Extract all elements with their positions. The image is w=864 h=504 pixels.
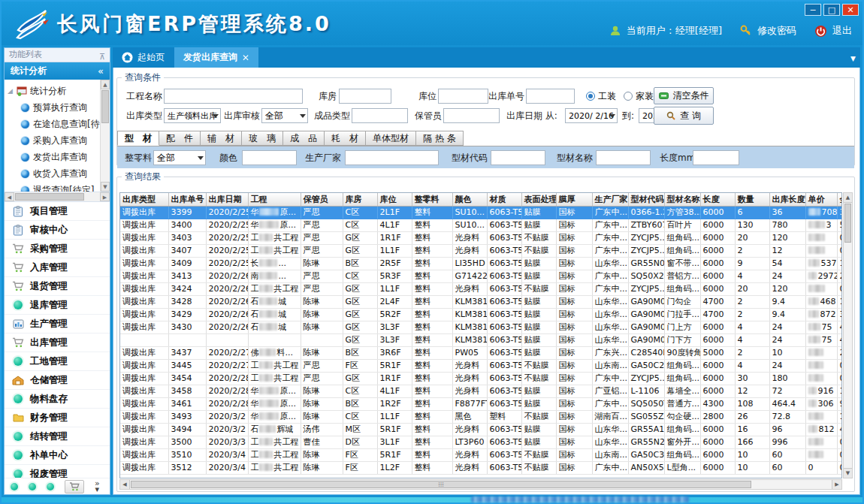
dot-icon[interactable]: [47, 483, 54, 490]
scroll-down-icon[interactable]: ▼: [101, 182, 110, 192]
tree-expander-icon[interactable]: ◢: [8, 87, 14, 95]
collapse-icon[interactable]: «: [98, 62, 104, 80]
profile-code-input[interactable]: [491, 150, 545, 165]
tree-horizontal-scrollbar[interactable]: ◀ ▶: [5, 192, 110, 202]
column-header[interactable]: 型材代码: [628, 193, 664, 206]
maximize-button[interactable]: □: [823, 4, 840, 16]
nav-item[interactable]: 结转管理: [5, 427, 110, 446]
column-header[interactable]: 出库类型: [120, 193, 168, 206]
nav-item[interactable]: 入库管理: [5, 258, 110, 277]
table-row[interactable]: 调拨出库34932020/3/2华原...陈琳C区1L1F整料黑色塑料不贴膜国标…: [120, 410, 842, 423]
scroll-right-icon[interactable]: ▶: [100, 192, 110, 201]
table-row[interactable]: 调拨出库33992020/2/25华原...严思C区2L1F整料SU10...6…: [120, 206, 842, 219]
table-vertical-scrollbar[interactable]: ▲ ▼: [843, 192, 853, 478]
column-header[interactable]: 出库长度: [769, 193, 805, 206]
cart-button[interactable]: [65, 480, 84, 493]
tree-vertical-scrollbar[interactable]: ▲ ▼: [100, 80, 110, 192]
column-header[interactable]: 颜色: [452, 193, 487, 206]
table-row[interactable]: 调拨出库34092020/2/25长...陈琳B区2R5F整料LI35HD606…: [120, 257, 842, 270]
table-row[interactable]: 调拨出库34072020/2/25工共工程严思G区1L1F整料光身料6063-T…: [120, 244, 842, 257]
nav-item[interactable]: 补单中心: [5, 446, 110, 465]
column-header[interactable]: 工程: [248, 193, 301, 206]
whole-part-select[interactable]: 全部: [153, 150, 206, 165]
table-row[interactable]: 调拨出库34302020/2/26石城陈琳G区3L3F整料KLM38176063…: [120, 321, 842, 333]
column-header[interactable]: 出库单号: [168, 193, 206, 206]
warehouse-input[interactable]: [339, 89, 391, 104]
project-name-input[interactable]: [164, 89, 303, 104]
tab-home[interactable]: 起始页: [113, 47, 174, 68]
tree-item[interactable]: 发货出库查询: [8, 149, 99, 165]
column-header[interactable]: 出库日期: [206, 193, 248, 206]
table-row[interactable]: 调拨出库34372020/2/27佛料...陈琳B区3R6F整料PW056063…: [120, 346, 842, 359]
column-header[interactable]: 型材名称: [664, 193, 700, 206]
table-row[interactable]: 调拨出库34582020/2/28华原...陈琳C区4L1F整料光身料6063-…: [120, 385, 842, 397]
material-tab[interactable]: 隔 热 条: [416, 131, 464, 146]
nav-item[interactable]: 财务管理: [5, 409, 110, 427]
nav-item[interactable]: 生产管理: [5, 315, 110, 333]
minimize-button[interactable]: ─: [805, 4, 821, 16]
table-horizontal-scrollbar[interactable]: ◀ ⁞⁞⁞ ▶: [119, 479, 842, 490]
table-row[interactable]: 调拨出库34942020/3/2石辉城汤伟M区5R1F整料光身料6063-T5贴…: [120, 423, 842, 436]
column-header[interactable]: 生产厂家: [592, 193, 628, 206]
table-row[interactable]: G区3L3F整料KLM38176063-T5贴膜国标山东华...GA90M09.…: [120, 333, 842, 346]
color-input[interactable]: [242, 150, 297, 165]
nav-item[interactable]: 退库管理: [5, 296, 110, 315]
tree-root[interactable]: ◢ 统计分析: [8, 83, 99, 99]
scroll-up-icon[interactable]: ▲: [101, 80, 110, 89]
nav-item[interactable]: 项目管理: [5, 202, 110, 221]
radio-work-decoration[interactable]: 工装: [586, 89, 616, 104]
column-header[interactable]: 保管员: [301, 193, 343, 206]
material-tab[interactable]: 成 品: [283, 131, 325, 146]
table-row[interactable]: 调拨出库35002020/3/3工共工程曹佳D区3L1F整料LT3P606063…: [120, 436, 842, 448]
scroll-up-icon[interactable]: ▲: [844, 193, 852, 203]
tab-shipping-outbound-query[interactable]: 发货出库查询 ✕: [174, 47, 258, 68]
table-row[interactable]: 调拨出库34542020/2/28工共工程严思G区1R1F整料光身料6063-T…: [120, 372, 842, 385]
nav-item[interactable]: 仓储管理: [5, 371, 110, 390]
material-tab[interactable]: 玻 璃: [242, 131, 283, 146]
audit-select[interactable]: 全部: [261, 108, 308, 123]
sidebar-section-header[interactable]: 统计分析 «: [5, 62, 110, 80]
table-row[interactable]: 调拨出库34292020/2/26石城陈琳G区5R2F整料KLM38176063…: [120, 308, 842, 321]
scrollbar-thumb[interactable]: [844, 204, 851, 243]
table-row[interactable]: 调拨出库34002020/2/25华原...严思C区4L1F整料SU10...6…: [120, 219, 842, 231]
scroll-right-icon[interactable]: ▶: [832, 480, 841, 489]
column-header[interactable]: 库位: [377, 193, 412, 206]
table-row[interactable]: 调拨出库35102020/3/4工共工程陈琳F区5R1F整料光身料6063-T5…: [120, 448, 842, 461]
table-row[interactable]: 调拨出库34452020/2/27工共工程严思F区5R1F整料光身料6063-T…: [120, 359, 842, 372]
material-tab[interactable]: 型 材: [117, 131, 159, 146]
table-row[interactable]: 调拨出库34242020/2/26工共工程严思G区1L1F整料光身料6063-T…: [120, 282, 842, 295]
nav-item[interactable]: 出库管理: [5, 333, 110, 352]
clear-conditions-button[interactable]: 清空条件: [654, 87, 714, 104]
column-header[interactable]: 单价: [805, 193, 837, 206]
column-header[interactable]: 膜厚: [556, 193, 592, 206]
overflow-chevron-icon[interactable]: »▾: [95, 481, 100, 493]
scrollbar-thumb[interactable]: ⁞⁞⁞: [131, 481, 751, 488]
profile-name-input[interactable]: [596, 150, 651, 165]
tab-close-icon[interactable]: ✕: [242, 53, 249, 63]
manufacturer-input[interactable]: [345, 150, 439, 165]
search-button[interactable]: 查 询: [654, 107, 714, 125]
nav-item[interactable]: 退货管理: [5, 277, 110, 296]
column-header[interactable]: 整零料: [412, 193, 452, 206]
order-no-input[interactable]: [526, 89, 575, 104]
column-header[interactable]: 材质: [487, 193, 521, 206]
tree-item[interactable]: 采购入库查询: [8, 132, 99, 149]
change-password-button[interactable]: 修改密码: [757, 24, 796, 38]
nav-item[interactable]: 审核中心: [5, 221, 110, 240]
table-row[interactable]: 调拨出库34612020/2/28华原...陈琳B区1R2F整料F8877FT6…: [120, 397, 842, 410]
table-row[interactable]: 调拨出库34032020/2/25工共工程严思G区1R1F整料光身料6063-T…: [120, 231, 842, 244]
material-tab[interactable]: 配 件: [159, 131, 201, 146]
scrollbar-thumb[interactable]: [101, 90, 109, 123]
length-input[interactable]: [693, 150, 739, 165]
column-header[interactable]: 数量: [735, 193, 769, 206]
scroll-down-icon[interactable]: ▼: [844, 468, 852, 478]
material-tab[interactable]: 单体型材: [366, 131, 416, 146]
material-tab[interactable]: 辅 材: [201, 131, 242, 146]
logout-button[interactable]: 退出: [832, 24, 852, 38]
tab-overflow-icon[interactable]: ▼: [850, 55, 856, 62]
scroll-left-icon[interactable]: ◀: [120, 480, 130, 489]
table-row[interactable]: 调拨出库34132020/2/26南...严思C区5R3F整料G71422606…: [120, 270, 842, 282]
table-row[interactable]: 调拨出库35122020/3/4工共工程陈琳F区1L2F整料光身料6063-T5…: [120, 461, 842, 474]
product-type-input[interactable]: [352, 108, 408, 123]
scrollbar-thumb[interactable]: [15, 193, 84, 201]
